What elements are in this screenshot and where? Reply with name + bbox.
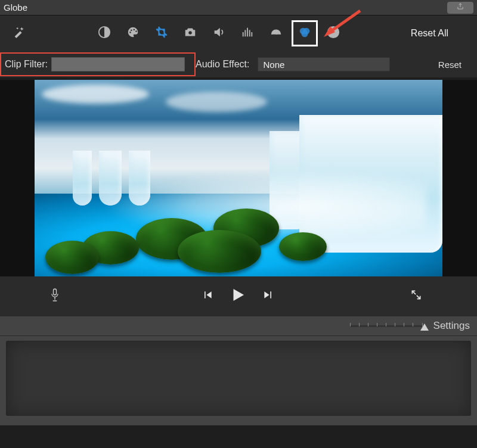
svg-rect-4	[247, 28, 249, 37]
reset-button[interactable]: Reset	[438, 60, 461, 70]
next-button[interactable]	[262, 289, 274, 303]
svg-rect-2	[243, 32, 244, 36]
preview-cloud	[42, 85, 149, 104]
clip-filter-dropdown[interactable]	[51, 57, 185, 71]
palette-icon	[126, 26, 140, 41]
svg-rect-5	[249, 30, 250, 36]
clip-filter-label: Clip Filter:	[5, 59, 48, 70]
timeline-area	[0, 336, 477, 425]
contrast-icon	[98, 26, 111, 41]
svg-rect-3	[245, 30, 246, 36]
crop-icon	[155, 26, 168, 41]
microphone-icon	[49, 287, 61, 305]
video-preview[interactable]	[35, 80, 442, 276]
reset-all-button[interactable]: Reset All	[411, 28, 448, 39]
svg-point-1	[189, 31, 193, 35]
preview-cloud	[166, 92, 267, 112]
skip-forward-icon	[262, 289, 274, 303]
audio-effect-value: None	[263, 60, 284, 70]
info-button[interactable]	[326, 26, 340, 41]
audio-effect-label: Audio Effect:	[196, 59, 249, 70]
svg-point-9	[302, 30, 308, 37]
share-icon	[456, 2, 464, 13]
timeline-settings-bar: Settings	[0, 316, 477, 336]
volume-button[interactable]	[212, 26, 226, 41]
zoom-slider[interactable]	[350, 325, 425, 327]
preview-rock	[279, 232, 327, 261]
title-bar: Globe	[0, 0, 477, 15]
camera-icon	[184, 26, 197, 41]
preview-waterfall	[73, 151, 92, 206]
previous-button[interactable]	[202, 289, 213, 303]
settings-button[interactable]: Settings	[433, 320, 470, 332]
magic-wand-button[interactable]	[11, 26, 27, 41]
playback-bar	[0, 276, 477, 316]
clip-filter-button[interactable]	[298, 26, 312, 41]
adjust-toolbar: Reset All	[0, 15, 477, 51]
filters-icon	[298, 26, 311, 41]
preview-container	[0, 80, 477, 276]
preview-rock	[178, 230, 261, 273]
equalizer-button[interactable]	[240, 26, 255, 41]
info-icon	[327, 26, 340, 41]
project-title: Globe	[4, 2, 27, 13]
effects-row: Clip Filter: Audio Effect: None Reset	[0, 51, 477, 77]
share-button[interactable]	[447, 2, 473, 14]
zoom-thumb[interactable]	[420, 323, 429, 331]
audio-effect-dropdown[interactable]: None	[258, 57, 390, 71]
play-button[interactable]	[229, 286, 247, 306]
magic-wand-icon	[13, 26, 26, 41]
fullscreen-button[interactable]	[410, 289, 425, 303]
color-balance-button[interactable]	[97, 26, 111, 41]
play-icon	[229, 286, 247, 306]
speed-button[interactable]	[269, 26, 283, 41]
equalizer-icon	[241, 26, 254, 41]
expand-icon	[410, 289, 422, 303]
voiceover-button[interactable]	[49, 287, 66, 305]
svg-rect-12	[54, 289, 57, 295]
crop-button[interactable]	[154, 26, 169, 41]
skip-back-icon	[202, 289, 213, 303]
preview-rock	[45, 241, 99, 274]
zoom-track	[350, 325, 425, 327]
speedometer-icon	[270, 26, 283, 41]
volume-icon	[212, 26, 225, 41]
color-correction-button[interactable]	[126, 26, 140, 41]
stabilization-button[interactable]	[183, 26, 197, 41]
timeline-track[interactable]	[6, 341, 471, 416]
svg-rect-6	[252, 32, 253, 36]
